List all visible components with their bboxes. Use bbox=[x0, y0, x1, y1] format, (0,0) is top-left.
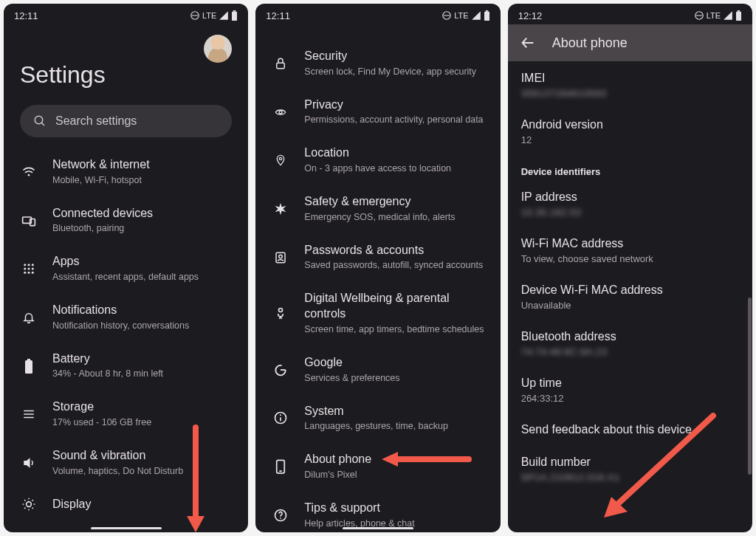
scrollbar-thumb[interactable] bbox=[748, 298, 752, 475]
devices-icon bbox=[21, 213, 36, 228]
status-indicators: LTE bbox=[441, 10, 489, 21]
row-battery[interactable]: Battery34% - About 8 hr, 8 min left bbox=[4, 342, 248, 391]
row-google[interactable]: GoogleServices & preferences bbox=[255, 346, 500, 394]
account-icon bbox=[274, 250, 287, 265]
battery-icon bbox=[484, 10, 490, 21]
access-point-icon bbox=[190, 10, 200, 21]
screen-about-phone: 12:12 LTE About phone IMEI 3591372846105… bbox=[508, 4, 752, 532]
battery-small-icon bbox=[24, 359, 33, 374]
location-icon bbox=[275, 153, 286, 168]
svg-point-12 bbox=[24, 268, 26, 270]
wifi-icon bbox=[21, 165, 36, 179]
network-label: LTE bbox=[454, 11, 468, 20]
row-imei[interactable]: IMEI 359137284610593 bbox=[521, 61, 739, 108]
row-sound-vibration[interactable]: Sound & vibrationVolume, haptics, Do Not… bbox=[4, 439, 248, 487]
svg-rect-30 bbox=[277, 63, 285, 69]
screen-settings-home: 12:11 LTE Settings Search settings Netwo… bbox=[4, 4, 248, 532]
row-storage[interactable]: Storage17% used - 106 GB free bbox=[4, 390, 248, 439]
svg-point-11 bbox=[32, 264, 34, 266]
row-device-wifi-mac[interactable]: Device Wi-Fi MAC address Unavailable bbox=[521, 273, 739, 320]
svg-rect-19 bbox=[27, 359, 30, 360]
back-icon[interactable] bbox=[520, 35, 536, 51]
row-build-number[interactable]: Build number SP1A.210812.016.A1 bbox=[521, 445, 739, 492]
row-send-feedback[interactable]: Send feedback about this device bbox=[521, 413, 739, 445]
help-icon bbox=[273, 508, 288, 523]
svg-point-43 bbox=[280, 518, 281, 519]
bell-icon bbox=[22, 310, 35, 325]
signal-icon bbox=[723, 10, 733, 21]
row-notifications[interactable]: NotificationsNotification history, conve… bbox=[4, 293, 248, 342]
status-time: 12:12 bbox=[518, 10, 543, 21]
svg-marker-52 bbox=[604, 497, 628, 518]
row-safety-emergency[interactable]: Safety & emergencyEmergency SOS, medical… bbox=[255, 185, 500, 233]
phone-icon bbox=[275, 458, 286, 475]
search-input[interactable]: Search settings bbox=[20, 105, 232, 137]
volume-icon bbox=[21, 456, 36, 470]
row-about-phone[interactable]: About phoneDilum's Pixel bbox=[255, 442, 500, 491]
svg-rect-18 bbox=[25, 360, 32, 374]
svg-point-13 bbox=[28, 268, 30, 270]
nav-handle[interactable] bbox=[91, 527, 162, 529]
svg-point-31 bbox=[279, 111, 282, 114]
svg-point-35 bbox=[279, 308, 283, 312]
row-passwords-accounts[interactable]: Passwords & accountsSaved passwords, aut… bbox=[255, 233, 500, 282]
battery-icon bbox=[231, 10, 238, 21]
svg-point-15 bbox=[24, 272, 26, 274]
row-security[interactable]: SecurityScreen lock, Find My Device, app… bbox=[255, 39, 500, 88]
row-bluetooth-address[interactable]: Bluetooth address 74:74:46:8C:9A:23 bbox=[521, 320, 739, 366]
nav-handle[interactable] bbox=[343, 527, 413, 529]
row-uptime[interactable]: Up time 264:33:12 bbox=[521, 366, 739, 413]
row-apps[interactable]: AppsAssistant, recent apps, default apps bbox=[4, 244, 248, 293]
appbar: About phone bbox=[508, 24, 752, 61]
page-title: Settings bbox=[20, 61, 232, 89]
row-location[interactable]: LocationOn - 3 apps have access to locat… bbox=[255, 136, 500, 185]
wellbeing-icon bbox=[273, 306, 288, 321]
profile-avatar[interactable] bbox=[204, 35, 232, 63]
svg-rect-2 bbox=[232, 12, 237, 21]
svg-point-34 bbox=[279, 255, 283, 258]
row-android-version[interactable]: Android version 12 bbox=[521, 108, 739, 154]
svg-rect-29 bbox=[485, 10, 488, 12]
brightness-icon bbox=[21, 497, 36, 512]
about-list: IMEI 359137284610593 Android version 12 … bbox=[508, 61, 752, 492]
row-tips-support[interactable]: Tips & supportHelp articles, phone & cha… bbox=[255, 491, 500, 532]
svg-point-17 bbox=[32, 272, 34, 274]
svg-rect-48 bbox=[736, 12, 741, 21]
signal-icon bbox=[471, 10, 481, 21]
status-indicators: LTE bbox=[190, 10, 238, 21]
svg-point-14 bbox=[32, 268, 34, 270]
access-point-icon bbox=[694, 10, 704, 21]
status-time: 12:11 bbox=[266, 10, 290, 21]
status-bar: 12:11 LTE bbox=[255, 4, 500, 24]
row-digital-wellbeing[interactable]: Digital Wellbeing & parental controlsScr… bbox=[255, 281, 500, 345]
svg-point-9 bbox=[24, 264, 26, 266]
svg-rect-28 bbox=[484, 12, 489, 21]
settings-list: SecurityScreen lock, Find My Device, app… bbox=[255, 24, 500, 532]
svg-point-10 bbox=[28, 264, 30, 266]
status-bar: 12:12 LTE bbox=[508, 4, 752, 24]
network-label: LTE bbox=[707, 11, 721, 20]
row-wifi-mac[interactable]: Wi-Fi MAC address To view, choose saved … bbox=[521, 227, 739, 273]
google-icon bbox=[273, 363, 288, 377]
row-ip-address[interactable]: IP address 10.30.182.53 bbox=[521, 180, 739, 227]
search-icon bbox=[33, 114, 47, 128]
storage-icon bbox=[21, 408, 36, 421]
row-display[interactable]: Display bbox=[4, 487, 248, 515]
network-label: LTE bbox=[202, 11, 216, 20]
row-system[interactable]: SystemLanguages, gestures, time, backup bbox=[255, 394, 500, 443]
svg-rect-49 bbox=[738, 10, 740, 12]
screen-settings-scroll: 12:11 LTE SecurityScreen lock, Find My D… bbox=[255, 4, 500, 532]
appbar-title: About phone bbox=[552, 35, 628, 51]
lock-icon bbox=[274, 56, 287, 71]
info-icon bbox=[273, 410, 288, 425]
row-connected-devices[interactable]: Connected devicesBluetooth, pairing bbox=[4, 196, 248, 245]
row-privacy[interactable]: PrivacyPermissions, account activity, pe… bbox=[255, 88, 500, 137]
svg-point-32 bbox=[280, 158, 282, 160]
row-network-internet[interactable]: Network & internetMobile, Wi-Fi, hotspot bbox=[4, 148, 248, 196]
status-indicators: LTE bbox=[694, 10, 742, 21]
svg-point-4 bbox=[35, 116, 43, 124]
status-bar: 12:11 LTE bbox=[4, 4, 248, 24]
battery-icon bbox=[735, 10, 742, 21]
svg-marker-25 bbox=[187, 516, 205, 532]
section-device-identifiers: Device identifiers bbox=[521, 154, 739, 180]
